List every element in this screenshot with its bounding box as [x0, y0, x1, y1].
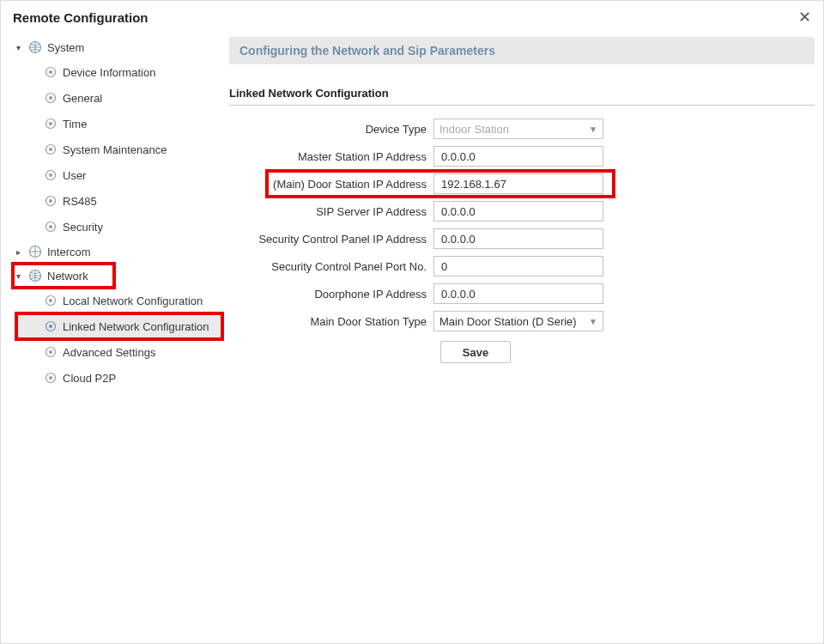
- select-main-door-type[interactable]: Main Door Station (D Serie) ▼: [433, 311, 603, 331]
- label-master-station-ip: Master Station IP Address: [229, 150, 433, 163]
- sidebar-item-time[interactable]: Time: [1, 111, 219, 137]
- select-device-type[interactable]: Indoor Station ▼: [433, 118, 603, 139]
- sidebar-item-label: Advanced Settings: [63, 346, 155, 359]
- label-device-type: Device Type: [229, 123, 433, 136]
- sidebar-group-label: Intercom: [47, 246, 91, 258]
- sidebar: ▾ System Device Information General Time: [1, 32, 219, 643]
- gear-icon: [44, 194, 58, 208]
- gear-icon: [44, 294, 58, 307]
- sidebar-group-label: System: [47, 41, 84, 54]
- sidebar-item-cloud-p2p[interactable]: Cloud P2P: [1, 365, 219, 391]
- svg-point-8: [49, 148, 52, 151]
- caret-right-icon: ▸: [16, 247, 25, 257]
- svg-point-24: [49, 376, 52, 380]
- label-sip-ip: SIP Server IP Address: [229, 205, 433, 218]
- input-main-door-ip[interactable]: [433, 173, 603, 194]
- sidebar-item-label: RS485: [63, 195, 97, 208]
- main-panel: Configuring the Network and Sip Paramete…: [219, 32, 823, 643]
- sidebar-item-linked-network[interactable]: Linked Network Configuration: [16, 313, 222, 339]
- label-doorphone-ip: Doorphone IP Address: [229, 288, 433, 301]
- caret-down-icon: ▾: [16, 43, 25, 52]
- section-title: Linked Network Configuration: [229, 87, 815, 106]
- gear-icon: [44, 91, 58, 105]
- sidebar-item-label: General: [63, 92, 102, 105]
- sidebar-group-network[interactable]: ▾ Network: [13, 264, 114, 288]
- sidebar-group-intercom[interactable]: ▸ Intercom: [1, 240, 219, 264]
- label-sec-panel-ip: Security Control Panel IP Address: [229, 233, 433, 246]
- sidebar-item-system-maintenance[interactable]: System Maintenance: [1, 137, 219, 162]
- page-banner: Configuring the Network and Sip Paramete…: [229, 37, 815, 64]
- window-title: Remote Configuration: [13, 10, 148, 25]
- caret-down-icon: ▼: [589, 125, 597, 134]
- label-main-door-ip: (Main) Door Station IP Address: [269, 178, 433, 191]
- sidebar-item-user[interactable]: User: [1, 162, 219, 188]
- sidebar-item-general[interactable]: General: [1, 85, 219, 111]
- sidebar-item-label: Cloud P2P: [63, 372, 116, 385]
- sidebar-item-rs485[interactable]: RS485: [1, 188, 219, 214]
- gear-icon: [44, 220, 58, 234]
- sidebar-item-security[interactable]: Security: [1, 214, 219, 240]
- sidebar-group-label: Network: [47, 270, 88, 283]
- save-button[interactable]: Save: [440, 341, 511, 363]
- svg-point-20: [49, 325, 52, 328]
- gear-icon: [44, 65, 58, 79]
- select-value: Main Door Station (D Serie): [439, 315, 577, 328]
- gear-icon: [44, 371, 58, 385]
- label-sec-panel-port: Security Control Panel Port No.: [229, 260, 433, 273]
- input-sip-ip[interactable]: [433, 201, 603, 222]
- sidebar-item-label: Security: [63, 221, 103, 234]
- globe-icon: [28, 269, 42, 283]
- input-sec-panel-ip[interactable]: [433, 228, 603, 249]
- select-value: Indoor Station: [439, 123, 509, 136]
- svg-point-18: [49, 299, 52, 302]
- svg-point-12: [49, 199, 52, 203]
- caret-down-icon: ▼: [589, 317, 597, 326]
- input-doorphone-ip[interactable]: [433, 283, 603, 304]
- gear-icon: [44, 319, 58, 333]
- caret-down-icon: ▾: [16, 271, 25, 281]
- highlight-main-door-row: (Main) Door Station IP Address: [269, 173, 612, 195]
- sidebar-group-system[interactable]: ▾ System: [1, 35, 219, 59]
- svg-point-2: [49, 70, 52, 74]
- svg-point-14: [49, 225, 52, 228]
- sidebar-item-label: Device Information: [63, 66, 155, 79]
- sidebar-item-device-information[interactable]: Device Information: [1, 59, 219, 85]
- sidebar-item-label: User: [63, 169, 86, 182]
- close-icon[interactable]: ✕: [798, 9, 811, 25]
- gear-icon: [44, 168, 58, 182]
- svg-point-22: [49, 350, 52, 354]
- gear-icon: [44, 345, 58, 359]
- svg-point-4: [49, 96, 52, 100]
- sidebar-item-label: Linked Network Configuration: [63, 320, 209, 333]
- input-master-station-ip[interactable]: [433, 146, 603, 167]
- globe-icon: [28, 245, 42, 258]
- sidebar-item-label: Local Network Configuration: [63, 295, 203, 307]
- svg-point-6: [49, 122, 52, 125]
- sidebar-item-local-network[interactable]: Local Network Configuration: [1, 288, 219, 313]
- sidebar-item-label: System Maintenance: [63, 143, 167, 156]
- gear-icon: [44, 143, 58, 156]
- label-main-door-type: Main Door Station Type: [229, 315, 433, 328]
- globe-icon: [28, 40, 42, 54]
- sidebar-item-advanced-settings[interactable]: Advanced Settings: [1, 339, 219, 365]
- sidebar-item-label: Time: [63, 118, 87, 131]
- gear-icon: [44, 117, 58, 131]
- svg-point-10: [49, 173, 52, 177]
- input-sec-panel-port[interactable]: [433, 256, 603, 276]
